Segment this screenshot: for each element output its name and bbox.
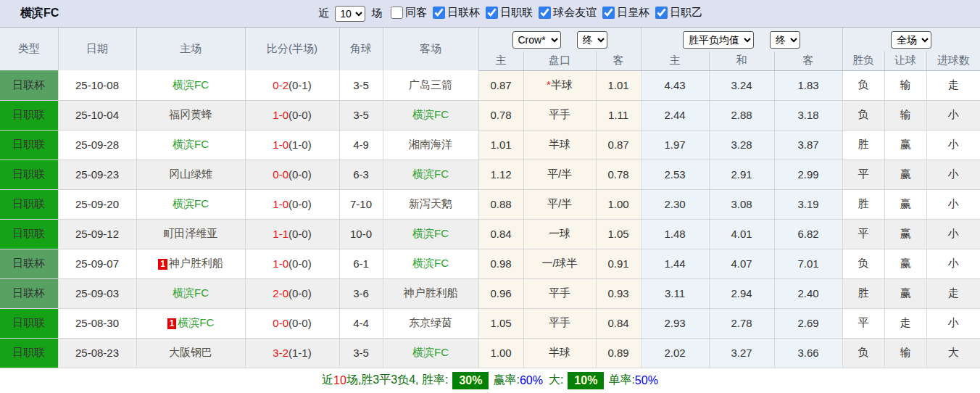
- handicap-cell: 平/半: [523, 189, 596, 219]
- home-team-cell: 横滨FC: [136, 278, 245, 308]
- filter-item[interactable]: 日皇杯: [602, 6, 649, 20]
- halftime-score: (0-0): [288, 287, 312, 299]
- rank-badge: 1: [167, 318, 177, 329]
- handicap-cell: 平手: [523, 278, 596, 308]
- handicap-cell: 平手: [523, 100, 596, 130]
- result-winloss-cell: 负: [842, 100, 884, 130]
- fulltime-score: 1-0: [273, 198, 288, 210]
- avg-type-select[interactable]: 胜平负均值: [683, 31, 754, 49]
- match-date-cell: 25-08-30: [58, 308, 136, 338]
- match-row: 日职联25-08-301横滨FC0-0(0-0)4-4东京绿茵1.05平手0.8…: [0, 308, 980, 338]
- avg-draw-cell: 2.88: [709, 100, 774, 130]
- home-team-cell: 大阪钢巴: [136, 338, 245, 368]
- team-name: 大阪钢巴: [169, 346, 212, 358]
- score-cell: 0-2(0-1): [245, 70, 339, 100]
- odds-home-cell: 0.88: [478, 189, 523, 219]
- corner-cell: 10-0: [339, 219, 383, 249]
- filter-checkbox-4[interactable]: [602, 7, 615, 19]
- summary-recent-count: 10: [333, 374, 346, 387]
- team-name: 横滨FC: [178, 316, 214, 328]
- filter-checkbox-0[interactable]: [391, 7, 403, 19]
- filter-item[interactable]: 日联杯: [433, 6, 480, 20]
- result-goals-cell: 大: [926, 338, 980, 368]
- corner-cell: 6-1: [339, 249, 383, 278]
- odds-home-cell: 1.00: [478, 338, 523, 368]
- result-goals-cell: 小: [926, 308, 980, 338]
- corner-cell: 3-5: [339, 100, 383, 130]
- match-row: 日职联25-10-04福冈黄蜂1-0(0-0)3-5横滨FC0.78平手1.11…: [0, 100, 980, 130]
- handicap-change-star: *: [547, 78, 551, 91]
- avg-home-cell: 1.97: [641, 130, 709, 160]
- score-cell: 1-0(0-0): [245, 249, 339, 278]
- handicap-cell: 半球: [523, 130, 596, 160]
- handicap-cell: 半球: [523, 338, 596, 368]
- avg-away-cell: 3.66: [774, 338, 842, 368]
- fulltime-score: 3-2: [273, 347, 288, 359]
- odds-time-select[interactable]: 终: [577, 31, 607, 49]
- avg-draw-cell: 3.24: [709, 70, 774, 100]
- subcol-goals: 进球数: [926, 51, 980, 70]
- avg-draw-cell: 4.01: [709, 219, 774, 249]
- avg-draw-cell: 3.08: [709, 189, 774, 219]
- filter-item[interactable]: 日职乙: [655, 6, 702, 20]
- avg-draw-cell: 2.94: [709, 278, 774, 308]
- team-name: 横滨FC: [412, 227, 449, 239]
- single-rate-label: 单率:: [608, 373, 634, 388]
- match-type-cell: 日职联: [0, 308, 58, 338]
- corner-cell: 4-4: [339, 308, 383, 338]
- filter-checkbox-3[interactable]: [539, 7, 551, 19]
- odds-home-cell: 0.98: [478, 249, 523, 278]
- scope-select[interactable]: 全场: [891, 31, 931, 49]
- match-date-cell: 25-08-23: [58, 338, 136, 368]
- match-type-cell: 日联杯: [0, 249, 58, 278]
- filter-controls: 近 10 场 同客日联杯日职联球会友谊日皇杯日职乙: [318, 6, 702, 22]
- avg-home-cell: 2.53: [641, 160, 709, 189]
- filter-checkbox-5[interactable]: [655, 7, 668, 19]
- halftime-score: (0-0): [288, 198, 312, 210]
- match-row: 日职联25-09-12町田泽维亚1-1(0-0)10-0横滨FC0.84一球1.…: [0, 219, 980, 249]
- result-group-header: 全场: [842, 28, 980, 51]
- filter-checkbox-2[interactable]: [486, 7, 498, 19]
- match-type-cell: 日职联: [0, 189, 58, 219]
- result-goals-cell: 走: [926, 278, 980, 308]
- halftime-score: (0-0): [288, 228, 312, 240]
- result-winloss-cell: 负: [842, 338, 884, 368]
- filter-item[interactable]: 日职联: [486, 6, 533, 20]
- home-team-cell: 冈山绿雉: [136, 160, 245, 189]
- result-winloss-cell: 平: [842, 219, 884, 249]
- filter-item[interactable]: 同客: [391, 6, 427, 20]
- away-team-cell: 横滨FC: [383, 249, 478, 278]
- home-team-cell: 町田泽维亚: [136, 219, 245, 249]
- result-handicap-cell: 赢: [884, 130, 926, 160]
- odds-away-cell: 1.00: [596, 189, 641, 219]
- bookmaker-select[interactable]: Crow*: [512, 31, 561, 49]
- handicap-cell: 平手: [523, 308, 596, 338]
- result-handicap-cell: 输: [884, 100, 926, 130]
- odds-away-cell: 1.05: [596, 219, 641, 249]
- match-row: 日联杯25-09-071神户胜利船1-0(0-0)6-1横滨FC0.98一/球半…: [0, 249, 980, 278]
- filter-item[interactable]: 球会友谊: [539, 6, 597, 20]
- big-rate-label: 大:: [549, 373, 563, 388]
- home-team-cell: 横滨FC: [136, 70, 245, 100]
- avg-home-cell: 2.02: [641, 338, 709, 368]
- avg-time-select[interactable]: 终: [770, 31, 800, 49]
- filter-checkbox-1[interactable]: [433, 7, 445, 19]
- fulltime-score: 0-0: [273, 317, 288, 329]
- match-date-cell: 25-09-23: [58, 160, 136, 189]
- match-type-cell: 日职联: [0, 130, 58, 160]
- recent-count-select[interactable]: 10: [335, 6, 365, 22]
- result-winloss-cell: 平: [842, 308, 884, 338]
- match-type-cell: 日职联: [0, 160, 58, 189]
- match-type-cell: 日联杯: [0, 278, 58, 308]
- avg-draw-cell: 2.91: [709, 160, 774, 189]
- corner-cell: 3-6: [339, 278, 383, 308]
- odds-home-cell: 0.96: [478, 278, 523, 308]
- subcol-avg-home: 主: [641, 51, 709, 70]
- filter-label: 同客: [405, 6, 427, 20]
- away-team-cell: 湘南海洋: [383, 130, 478, 160]
- fulltime-score: 1-1: [273, 228, 288, 240]
- avg-home-cell: 3.11: [641, 278, 709, 308]
- result-handicap-cell: 赢: [884, 249, 926, 278]
- home-team-cell: 1神户胜利船: [136, 249, 245, 278]
- home-team-cell: 福冈黄蜂: [136, 100, 245, 130]
